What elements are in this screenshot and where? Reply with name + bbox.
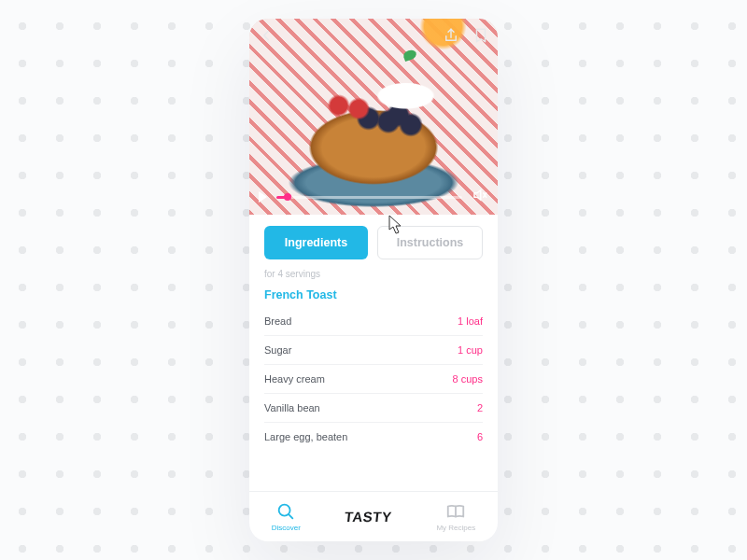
- list-item: Heavy cream 8 cups: [264, 365, 483, 394]
- brand-logo[interactable]: TASTY: [344, 509, 392, 525]
- list-item: Large egg, beaten 6: [264, 423, 483, 451]
- recipe-video[interactable]: [249, 19, 498, 215]
- recipe-tabs: Ingredients Instructions: [264, 226, 483, 259]
- share-icon: [443, 27, 459, 44]
- ingredient-amount: 1 cup: [458, 344, 483, 356]
- share-button[interactable]: [442, 26, 460, 45]
- play-icon: [259, 191, 267, 203]
- bookmark-icon: [472, 27, 489, 44]
- ingredient-amount: 1 loaf: [458, 315, 483, 327]
- ingredient-amount: 6: [477, 431, 483, 442]
- discover-icon: [275, 501, 296, 522]
- bookmark-button[interactable]: [472, 26, 490, 45]
- nav-discover[interactable]: Discover: [272, 501, 301, 532]
- video-scrubber[interactable]: [276, 196, 462, 199]
- list-item: Bread 1 loaf: [264, 307, 483, 336]
- chevron-left-icon: [258, 27, 275, 44]
- volume-muted-icon: [472, 187, 488, 203]
- ingredient-amount: 8 cups: [453, 373, 483, 385]
- ingredient-name: Sugar: [264, 344, 291, 356]
- ingredient-amount: 2: [477, 402, 483, 413]
- tab-ingredients[interactable]: Ingredients: [264, 226, 368, 259]
- nav-my-recipes[interactable]: My Recipes: [436, 501, 475, 532]
- bottom-nav: Discover TASTY My Recipes: [249, 491, 498, 541]
- mute-button[interactable]: [472, 187, 488, 207]
- cursor-overlay: [388, 215, 403, 239]
- recipe-hero-image: [249, 19, 498, 215]
- video-scrubber-thumb: [284, 193, 291, 201]
- back-button[interactable]: [257, 26, 275, 45]
- nav-label: My Recipes: [436, 524, 475, 532]
- play-button[interactable]: [259, 191, 267, 203]
- ingredient-name: Large egg, beaten: [264, 431, 347, 442]
- list-item: Sugar 1 cup: [264, 336, 483, 365]
- servings-text: for 4 servings: [264, 269, 483, 279]
- nav-label: Discover: [272, 524, 301, 532]
- list-item: Vanilla bean 2: [264, 394, 483, 423]
- recipe-content: Ingredients Instructions for 4 servings …: [249, 215, 498, 491]
- ingredient-name: Bread: [264, 315, 291, 327]
- ingredient-name: Heavy cream: [264, 373, 325, 385]
- top-actions: [257, 26, 490, 45]
- phone-frame: Ingredients Instructions for 4 servings …: [249, 19, 498, 541]
- ingredients-list: Bread 1 loaf Sugar 1 cup Heavy cream 8 c…: [264, 307, 483, 451]
- ingredient-name: Vanilla bean: [264, 402, 320, 413]
- book-icon: [445, 501, 466, 522]
- section-title: French Toast: [264, 288, 483, 301]
- video-controls: [259, 187, 488, 207]
